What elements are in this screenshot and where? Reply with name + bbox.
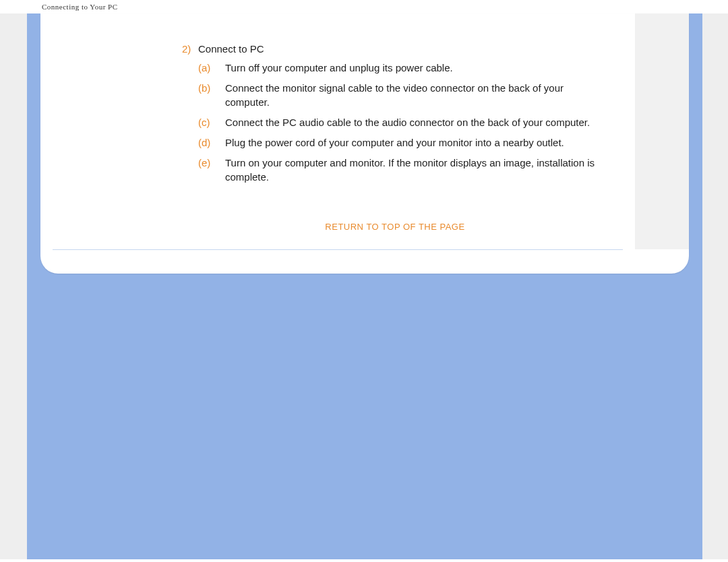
step-number: 2) xyxy=(182,43,198,55)
item-text: Turn off your computer and unplug its po… xyxy=(225,61,608,75)
divider-line xyxy=(53,249,623,250)
step-title: Connect to PC xyxy=(198,43,264,55)
item-marker: (e) xyxy=(198,156,225,184)
page-outer: 2) Connect to PC (a) Turn off your compu… xyxy=(0,13,728,559)
return-to-top-link[interactable]: RETURN TO TOP OF THE PAGE xyxy=(325,222,464,232)
item-text: Turn on your computer and monitor. If th… xyxy=(225,156,608,184)
list-item: (b) Connect the monitor signal cable to … xyxy=(198,82,608,109)
blue-background-panel: 2) Connect to PC (a) Turn off your compu… xyxy=(27,13,702,559)
list-item: (e) Turn on your computer and monitor. I… xyxy=(198,156,608,184)
list-item: (a) Turn off your computer and unplug it… xyxy=(198,61,608,75)
right-sidebar-stripe xyxy=(635,13,689,249)
content-card: 2) Connect to PC (a) Turn off your compu… xyxy=(40,13,689,274)
list-item: (c) Connect the PC audio cable to the au… xyxy=(198,116,608,129)
list-item: (d) Plug the power cord of your computer… xyxy=(198,136,608,150)
return-to-top-container: RETURN TO TOP OF THE PAGE xyxy=(182,220,608,232)
item-marker: (d) xyxy=(198,136,225,150)
item-marker: (a) xyxy=(198,61,225,75)
item-text: Connect the PC audio cable to the audio … xyxy=(225,116,608,129)
item-marker: (c) xyxy=(198,116,225,129)
page-header-title: Connecting to Your PC xyxy=(0,0,728,13)
item-marker: (b) xyxy=(198,82,225,109)
item-text: Plug the power cord of your computer and… xyxy=(225,136,608,150)
step-sub-list: (a) Turn off your computer and unplug it… xyxy=(198,61,608,184)
step-heading: 2) Connect to PC xyxy=(182,43,608,55)
item-text: Connect the monitor signal cable to the … xyxy=(225,82,608,109)
content-area: 2) Connect to PC (a) Turn off your compu… xyxy=(182,43,608,246)
